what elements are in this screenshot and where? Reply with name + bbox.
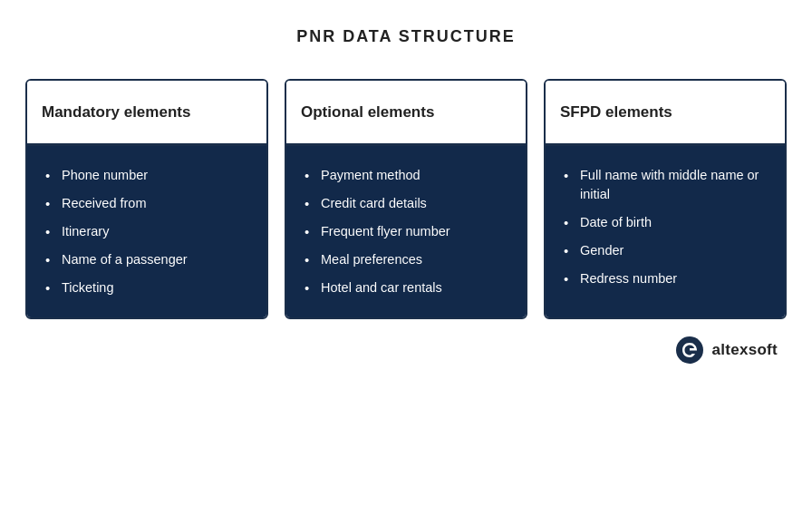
list-item: Ticketing <box>45 278 252 297</box>
page-title: PNR DATA STRUCTURE <box>296 27 516 46</box>
logo-text: altexsoft <box>711 341 778 359</box>
altexsoft-logo-icon <box>675 336 704 365</box>
list-item: Phone number <box>45 166 252 185</box>
card-header-sfpd: SFPD elements <box>546 81 785 146</box>
card-sfpd: SFPD elementsFull name with middle name … <box>544 79 787 319</box>
list-item: Name of a passenger <box>45 250 252 269</box>
list-item: Gender <box>564 241 770 260</box>
card-header-text-sfpd: SFPD elements <box>560 102 672 122</box>
list-item: Frequent flyer number <box>304 222 511 241</box>
card-optional: Optional elementsPayment methodCredit ca… <box>285 79 527 319</box>
card-header-text-mandatory: Mandatory elements <box>42 102 190 122</box>
card-body-mandatory: Phone numberReceived fromItineraryName o… <box>27 146 266 317</box>
list-item: Credit card details <box>304 194 511 213</box>
list-item: Hotel and car rentals <box>304 278 511 297</box>
card-list-mandatory: Phone numberReceived fromItineraryName o… <box>45 166 252 297</box>
list-item: Received from <box>45 194 252 213</box>
list-item: Redress number <box>564 269 770 288</box>
logo-area: altexsoft <box>675 336 778 365</box>
card-header-text-optional: Optional elements <box>301 102 434 122</box>
card-body-sfpd: Full name with middle name or initialDat… <box>546 146 785 317</box>
card-header-optional: Optional elements <box>286 81 526 146</box>
card-header-mandatory: Mandatory elements <box>27 81 266 146</box>
list-item: Date of birth <box>564 213 770 232</box>
cards-container: Mandatory elementsPhone numberReceived f… <box>25 79 787 319</box>
list-item: Meal preferences <box>304 250 511 269</box>
footer: altexsoft <box>25 336 787 365</box>
card-list-optional: Payment methodCredit card detailsFrequen… <box>304 166 511 297</box>
card-list-sfpd: Full name with middle name or initialDat… <box>564 166 770 288</box>
list-item: Itinerary <box>45 222 252 241</box>
list-item: Full name with middle name or initial <box>564 166 770 204</box>
card-mandatory: Mandatory elementsPhone numberReceived f… <box>25 79 268 319</box>
list-item: Payment method <box>304 166 511 185</box>
card-body-optional: Payment methodCredit card detailsFrequen… <box>286 146 526 317</box>
